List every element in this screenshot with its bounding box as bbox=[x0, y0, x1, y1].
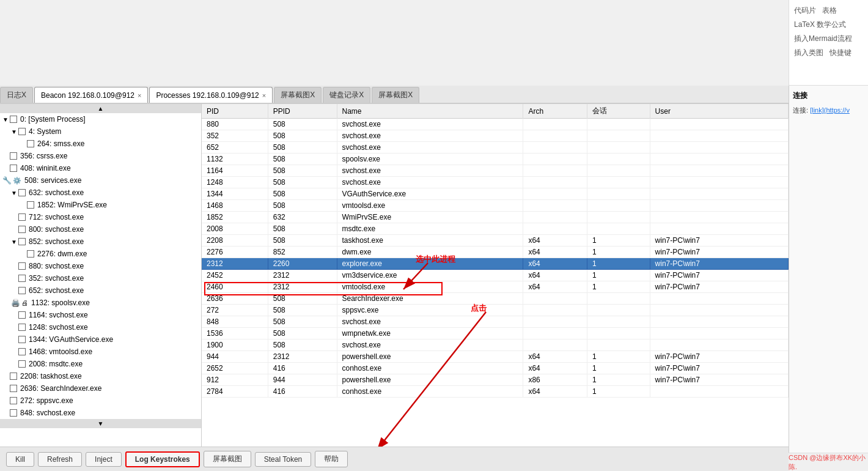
tree-scroll-down[interactable]: ▼ bbox=[0, 419, 201, 428]
table-row[interactable]: 1344508VGAuthService.exe bbox=[202, 188, 789, 200]
table-row[interactable]: 880508svchost.exe bbox=[202, 119, 789, 130]
table-row[interactable]: 24602312vmtoolsd.exex641win7-PC\win7 bbox=[202, 281, 789, 293]
tree-scroll-up[interactable]: ▲ bbox=[0, 104, 201, 113]
table-row[interactable]: 2276852dwm.exex641win7-PC\win7 bbox=[202, 247, 789, 258]
tab-screenshot2[interactable]: 屏幕截图X bbox=[372, 87, 419, 103]
tree-item[interactable]: 712: svchost.exe bbox=[0, 211, 201, 223]
tree-item[interactable]: 1164: svchost.exe bbox=[0, 309, 201, 321]
tree-expand-icon[interactable]: ▼ bbox=[11, 239, 17, 245]
tree-item[interactable]: 1468: vmtoolsd.exe bbox=[0, 346, 201, 358]
tree-item[interactable]: 🖨️🖨1132: spoolsv.exe bbox=[0, 297, 201, 309]
tree-item[interactable]: 2276: dwm.exe bbox=[0, 248, 201, 260]
tree-checkbox[interactable] bbox=[27, 140, 34, 147]
tree-checkbox[interactable] bbox=[10, 373, 17, 380]
help-button[interactable]: 帮助 bbox=[315, 451, 348, 467]
tree-item[interactable]: 1248: svchost.exe bbox=[0, 321, 201, 333]
tab-screenshot1[interactable]: 屏幕截图X bbox=[274, 87, 322, 103]
tree-checkbox[interactable] bbox=[18, 128, 26, 135]
tree-checkbox[interactable] bbox=[10, 409, 17, 417]
tree-item[interactable]: 🔧⚙️508: services.exe bbox=[0, 174, 201, 187]
tree-item[interactable]: ▼0: [System Process] bbox=[0, 113, 201, 125]
table-row[interactable]: 1164508svchost.exe bbox=[202, 165, 789, 177]
mermaid-item[interactable]: 插入Mermaid流程 bbox=[793, 32, 864, 46]
tree-checkbox[interactable] bbox=[18, 360, 26, 368]
tree-checkbox[interactable] bbox=[18, 311, 26, 319]
table-row[interactable]: 24522312vm3dservice.exex641win7-PC\win7 bbox=[202, 270, 789, 281]
tree-expand-icon[interactable]: ▼ bbox=[11, 190, 17, 196]
tree-item[interactable]: 356: csrss.exe bbox=[0, 150, 201, 162]
table-row[interactable]: 2208508taskhost.exex641win7-PC\win7 bbox=[202, 235, 789, 247]
tab-keylog[interactable]: 键盘记录X bbox=[323, 87, 370, 103]
table-row[interactable]: 2784416conhost.exex641 bbox=[202, 386, 789, 398]
tree-checkbox[interactable] bbox=[18, 348, 26, 355]
tab-log[interactable]: 日志X bbox=[0, 87, 33, 103]
tree-checkbox[interactable] bbox=[18, 226, 26, 233]
tree-checkbox[interactable] bbox=[10, 152, 17, 160]
code-snippet-item[interactable]: 代码片 表格 bbox=[793, 4, 864, 18]
tree-checkbox[interactable] bbox=[10, 397, 17, 404]
tree-item[interactable]: 264: smss.exe bbox=[0, 138, 201, 150]
table-row[interactable]: 9442312powershell.exex641win7-PC\win7 bbox=[202, 351, 789, 363]
tree-checkbox[interactable] bbox=[18, 324, 26, 331]
latex-item[interactable]: LaTeX 数学公式 bbox=[793, 18, 864, 32]
tab-beacon-close[interactable]: × bbox=[138, 92, 141, 99]
tree-checkbox[interactable] bbox=[10, 385, 17, 392]
table-row[interactable]: 2636508SearchIndexer.exe bbox=[202, 293, 789, 305]
tree-checkbox[interactable] bbox=[10, 165, 17, 172]
tree-item[interactable]: ▼632: svchost.exe bbox=[0, 187, 201, 199]
tree-checkbox[interactable] bbox=[18, 238, 26, 245]
tree-item[interactable]: ▼4: System bbox=[0, 125, 201, 138]
tree-expand-icon[interactable]: ▼ bbox=[11, 128, 17, 135]
steal-token-button[interactable]: Steal Token bbox=[255, 452, 312, 467]
class-diagram-item[interactable]: 插入类图 快捷键 bbox=[793, 46, 864, 60]
table-row[interactable]: 2008508msdtc.exe bbox=[202, 223, 789, 235]
table-row[interactable]: 2652416conhost.exex641win7-PC\win7 bbox=[202, 363, 789, 374]
tree-checkbox[interactable] bbox=[10, 116, 17, 123]
tree-item[interactable]: 2636: SearchIndexer.exe bbox=[0, 382, 201, 395]
tree-item[interactable]: 2208: taskhost.exe bbox=[0, 370, 201, 382]
tab-processes-close[interactable]: × bbox=[262, 92, 266, 99]
tab-processes[interactable]: Processes 192.168.0.109@912 × bbox=[149, 87, 273, 103]
tree-item[interactable]: 352: svchost.exe bbox=[0, 272, 201, 284]
tree-item[interactable]: 652: svchost.exe bbox=[0, 284, 201, 297]
table-row[interactable]: 1132508spoolsv.exe bbox=[202, 154, 789, 165]
table-row[interactable]: 352508svchost.exe bbox=[202, 130, 789, 142]
tree-item[interactable]: 1344: VGAuthService.exe bbox=[0, 333, 201, 346]
tree-item[interactable]: 848: svchost.exe bbox=[0, 407, 201, 419]
table-row[interactable]: 272508sppsvc.exe bbox=[202, 305, 789, 316]
table-scroll-area[interactable]: PID PPID Name Arch 会话 User 880508svchost… bbox=[202, 104, 789, 447]
table-row[interactable]: 23122260explorer.exex641win7-PC\win7 bbox=[202, 258, 789, 270]
tree-expand-icon[interactable]: ▼ bbox=[2, 116, 9, 123]
tree-item[interactable]: 2008: msdtc.exe bbox=[0, 358, 201, 370]
table-row[interactable]: 1536508wmpnetwk.exe bbox=[202, 328, 789, 339]
screenshot-button[interactable]: 屏幕截图 bbox=[204, 451, 251, 467]
tree-item[interactable]: 800: svchost.exe bbox=[0, 223, 201, 236]
table-row[interactable]: 912944powershell.exex861win7-PC\win7 bbox=[202, 374, 789, 386]
sidebar-link[interactable]: [link](https://v bbox=[810, 106, 850, 114]
tab-beacon[interactable]: Beacon 192.168.0.109@912 × bbox=[34, 87, 148, 103]
table-row[interactable]: 652508svchost.exe bbox=[202, 142, 789, 154]
tree-checkbox[interactable] bbox=[18, 262, 26, 270]
table-row[interactable]: 1900508svchost.exe bbox=[202, 339, 789, 351]
inject-button[interactable]: Inject bbox=[86, 452, 122, 467]
table-row[interactable]: 1468508vmtoolsd.exe bbox=[202, 200, 789, 212]
tree-checkbox[interactable] bbox=[18, 275, 26, 282]
log-keystrokes-button[interactable]: Log Keystrokes bbox=[125, 451, 200, 467]
table-row[interactable]: 1248508svchost.exe bbox=[202, 177, 789, 188]
table-row[interactable]: 1852632WmiPrvSE.exe bbox=[202, 212, 789, 223]
table-row[interactable]: 848508svchost.exe bbox=[202, 316, 789, 328]
tree-item[interactable]: 408: wininit.exe bbox=[0, 162, 201, 174]
tree-item[interactable]: 1852: WmiPrvSE.exe bbox=[0, 199, 201, 211]
tree-item[interactable]: 272: sppsvc.exe bbox=[0, 395, 201, 407]
process-tree-panel[interactable]: ▲ ▼0: [System Process]▼4: System264: sms… bbox=[0, 104, 202, 447]
refresh-button[interactable]: Refresh bbox=[38, 452, 82, 467]
tree-checkbox[interactable] bbox=[18, 213, 26, 221]
tree-checkbox[interactable] bbox=[27, 250, 34, 258]
tree-checkbox[interactable] bbox=[18, 287, 26, 294]
kill-button[interactable]: Kill bbox=[6, 452, 34, 467]
tree-checkbox[interactable] bbox=[18, 336, 26, 343]
tree-item[interactable]: 880: svchost.exe bbox=[0, 260, 201, 272]
tree-checkbox[interactable] bbox=[18, 189, 26, 196]
tree-checkbox[interactable] bbox=[27, 201, 34, 209]
tree-item[interactable]: ▼852: svchost.exe bbox=[0, 236, 201, 248]
